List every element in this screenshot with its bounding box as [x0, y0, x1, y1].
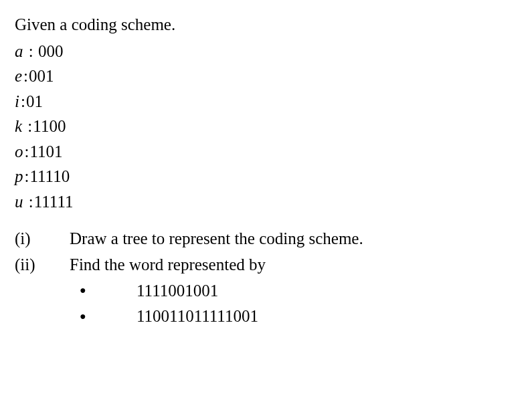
code-line: p:11110	[15, 164, 513, 189]
code-sep: :	[21, 92, 25, 110]
code-symbol: o	[15, 142, 23, 161]
code-sep: :	[23, 117, 32, 135]
intro-text: Given a coding scheme.	[15, 12, 513, 37]
code-bits: 001	[29, 67, 54, 85]
code-line: a : 000	[15, 39, 513, 64]
part-i: (i) Draw a tree to represent the coding …	[15, 226, 513, 252]
code-bits: 1101	[29, 142, 62, 161]
code-bits: 01	[26, 92, 43, 110]
code-sep: :	[23, 67, 28, 85]
part-text: Find the word represented by	[70, 252, 513, 278]
code-symbol: p	[15, 167, 23, 185]
bullet-text: 1111001001	[137, 278, 513, 304]
code-symbol: u	[15, 193, 23, 211]
part-text: Draw a tree to represent the coding sche…	[70, 226, 513, 252]
code-line: i:01	[15, 89, 513, 114]
code-line: k :1100	[15, 114, 513, 139]
code-symbol: e	[15, 67, 22, 85]
part-label: (i)	[15, 226, 70, 252]
code-line: u :11111	[15, 189, 513, 215]
code-bits: 11111	[34, 193, 74, 211]
code-sep: :	[25, 142, 29, 161]
code-line: e:001	[15, 64, 513, 89]
bullet-item: ● 110011011111001	[70, 304, 513, 330]
code-symbol: k	[15, 117, 22, 135]
code-sep: :	[25, 167, 29, 185]
code-sep: :	[25, 193, 33, 211]
code-symbol: a	[15, 42, 23, 60]
code-bits: 1100	[33, 117, 66, 135]
code-line: o:1101	[15, 139, 513, 165]
code-bits: 11110	[29, 167, 70, 185]
bullet-icon: ●	[70, 308, 137, 325]
question-parts: (i) Draw a tree to represent the coding …	[15, 226, 513, 330]
part-ii: (ii) Find the word represented by	[15, 252, 513, 278]
bullet-text: 110011011111001	[137, 304, 513, 330]
code-symbol: i	[15, 92, 19, 110]
coding-scheme-list: a : 000 e:001 i:01 k :1100 o:1101 p:1111…	[15, 39, 513, 215]
part-label: (ii)	[15, 252, 70, 278]
bullet-icon: ●	[70, 282, 137, 299]
code-bits: 000	[38, 42, 64, 60]
code-sep: :	[25, 42, 37, 60]
bullet-item: ● 1111001001	[70, 278, 513, 304]
